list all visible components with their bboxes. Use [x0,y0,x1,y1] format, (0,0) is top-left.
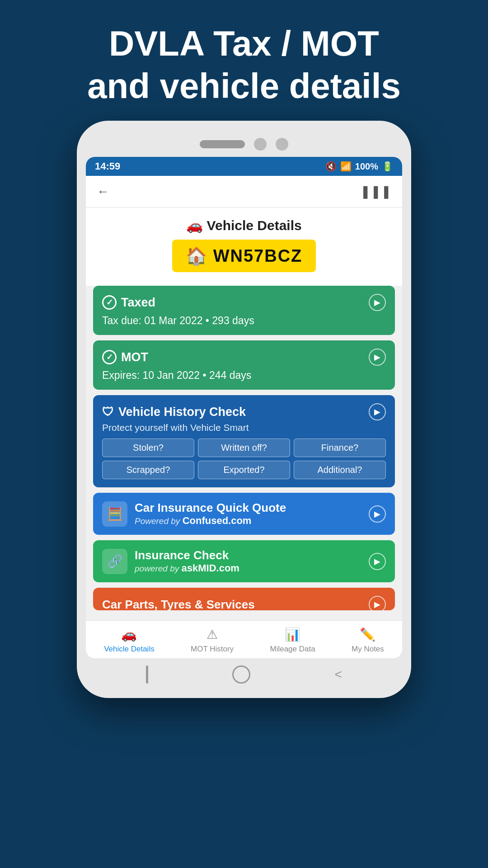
nav-triangle-icon: ⚠ [206,627,218,642]
insurance-quote-icon-box: 🧮 [102,501,127,527]
insurance-check-arrow: ▶ [369,553,386,570]
insurance-quote-title: Car Insurance Quick Quote [135,501,286,515]
taxed-arrow: ▶ [369,294,386,311]
phone-frame: 14:59 🔇 📶 100% 🔋 ← ❚❚❚ 🚗 Vehicle Details… [77,121,411,698]
tag-stolen[interactable]: Stolen? [102,439,194,457]
insurance-check-card[interactable]: 🔗 Insurance Check powered by askMID.com … [93,540,395,582]
insurance-check-text: Insurance Check powered by askMID.com [135,548,239,574]
insurance-quote-powered: Powered by Confused.com [135,515,286,527]
app-content: ✓ Taxed ▶ Tax due: 01 Mar 2022 • 293 day… [86,286,402,620]
insurance-quote-text: Car Insurance Quick Quote Powered by Con… [135,501,286,527]
vehicle-title-area: 🚗 Vehicle Details 🏠 WN57BCZ [86,208,402,286]
phone-screen: 14:59 🔇 📶 100% 🔋 ← ❚❚❚ 🚗 Vehicle Details… [86,157,402,658]
camera-dot-2 [276,138,288,151]
speaker-bar [200,140,245,148]
taxed-check-icon: ✓ [102,295,117,310]
app-header: ← ❚❚❚ [86,176,402,208]
number-plate-container: 🏠 WN57BCZ [95,233,393,281]
signal-icon: 🔇 [325,161,337,172]
wifi-icon: 📶 [340,161,352,172]
header-section: DVLA Tax / MOT and vehicle details [60,0,428,121]
taxed-subtitle: Tax due: 01 Mar 2022 • 293 days [102,315,386,327]
nav-pill [146,665,148,684]
mot-card[interactable]: ✓ MOT ▶ Expires: 10 Jan 2022 • 244 days [93,340,395,390]
vehicle-details-title: 🚗 Vehicle Details [95,217,393,233]
tag-finance[interactable]: Finance? [294,439,386,457]
insurance-check-title: Insurance Check [135,548,239,562]
mot-card-title: ✓ MOT [102,350,148,364]
nav-mot-history[interactable]: ⚠ MOT History [191,627,234,654]
history-tag-grid: Stolen? Written off? Finance? Scrapped? … [102,439,386,479]
status-right: 🔇 📶 100% 🔋 [325,161,393,172]
nav-my-notes[interactable]: ✏️ My Notes [352,627,384,654]
shield-check-icon: 🛡 [102,405,114,419]
history-card-row: 🛡 Vehicle History Check ▶ [102,403,386,420]
nav-circle [232,665,250,684]
share-button[interactable]: ❚❚❚ [360,184,391,199]
battery-icon: 🔋 [382,161,393,172]
nav-chevron: < [335,667,342,682]
link-icon: 🔗 [107,554,123,569]
history-card-desc: Protect yourself with Vehicle Smart [102,422,386,433]
taxed-card-row: ✓ Taxed ▶ [102,294,386,311]
askmid-brand: askMID.com [182,562,239,574]
status-time: 14:59 [95,160,120,172]
garage-icon: 🏠 [186,246,208,266]
insurance-check-icon-box: 🔗 [102,549,127,574]
insurance-quote-inner: 🧮 Car Insurance Quick Quote Powered by C… [102,501,286,527]
number-plate: 🏠 WN57BCZ [172,240,316,272]
status-bar: 14:59 🔇 📶 100% 🔋 [86,157,402,176]
calculator-icon: 🧮 [107,506,123,521]
history-card-title: 🛡 Vehicle History Check [102,405,246,419]
phone-bezel-bottom: < [86,658,402,689]
nav-mileage-data[interactable]: 📊 Mileage Data [270,627,315,654]
insurance-check-inner: 🔗 Insurance Check powered by askMID.com [102,548,239,574]
nav-car-icon: 🚗 [121,627,137,642]
header-title: DVLA Tax / MOT and vehicle details [87,23,401,107]
camera-dot [254,138,267,151]
insurance-quote-card[interactable]: 🧮 Car Insurance Quick Quote Powered by C… [93,493,395,535]
mot-card-row: ✓ MOT ▶ [102,349,386,366]
tag-scrapped[interactable]: Scrapped? [102,461,194,479]
nav-chart-icon: 📊 [285,627,300,642]
car-parts-card[interactable]: Car Parts, Tyres & Services ▶ [93,588,395,610]
taxed-card-title: ✓ Taxed [102,295,155,310]
insurance-quote-row: 🧮 Car Insurance Quick Quote Powered by C… [102,501,386,527]
insurance-quote-arrow: ▶ [369,505,386,523]
tag-exported[interactable]: Exported? [198,461,290,479]
back-button[interactable]: ← [97,184,109,199]
phone-bezel-top [86,130,402,157]
bottom-nav: 🚗 Vehicle Details ⚠ MOT History 📊 Mileag… [86,620,402,658]
nav-pencil-icon: ✏️ [360,627,375,642]
nav-vehicle-details[interactable]: 🚗 Vehicle Details [104,627,155,654]
tag-additional[interactable]: Additional? [294,461,386,479]
history-check-card[interactable]: 🛡 Vehicle History Check ▶ Protect yourse… [93,395,395,487]
car-parts-row: Car Parts, Tyres & Services ▶ [102,596,386,610]
battery-text: 100% [355,161,378,172]
mot-subtitle: Expires: 10 Jan 2022 • 244 days [102,369,386,382]
car-icon: 🚗 [186,218,203,233]
car-parts-arrow: ▶ [369,596,386,610]
insurance-check-powered: powered by askMID.com [135,562,239,574]
history-arrow: ▶ [369,403,386,420]
mot-check-icon: ✓ [102,350,117,364]
confused-brand: Confused.com [183,515,252,526]
car-parts-title: Car Parts, Tyres & Services [102,598,255,611]
mot-arrow: ▶ [369,349,386,366]
tag-written-off[interactable]: Written off? [198,439,290,457]
taxed-card[interactable]: ✓ Taxed ▶ Tax due: 01 Mar 2022 • 293 day… [93,286,395,335]
insurance-check-row: 🔗 Insurance Check powered by askMID.com … [102,548,386,574]
